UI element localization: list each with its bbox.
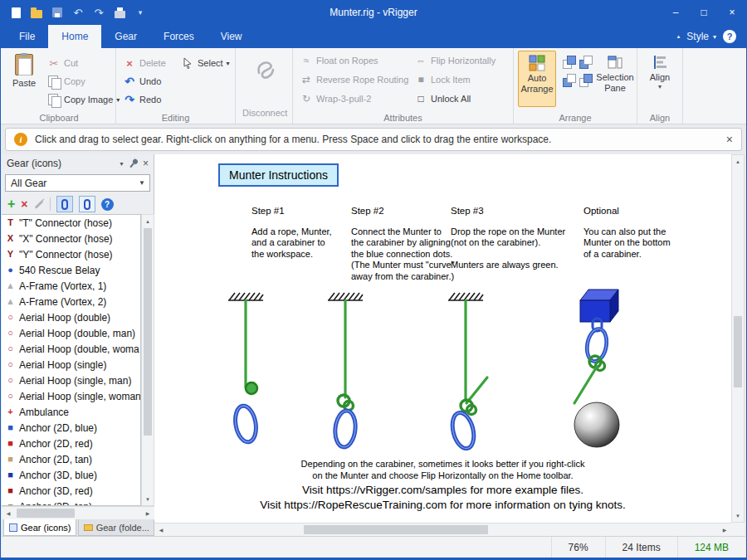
gear-list-item[interactable]: ○ Aerial Hoop (single, woman <box>2 388 140 404</box>
collapse-ribbon-icon[interactable]: ▴ <box>677 33 681 40</box>
gear-item-label: Aerial Hoop (single, woman <box>19 391 141 402</box>
close-button[interactable]: × <box>718 0 746 25</box>
redo-icon[interactable]: ↷ <box>92 6 105 19</box>
gear-list-item[interactable]: ■ Anchor (2D, tan) <box>2 451 140 467</box>
edit-gear-icon[interactable] <box>34 200 43 209</box>
step1-gear[interactable] <box>228 293 263 444</box>
attribute-button[interactable]: □ Unlock All <box>414 90 496 107</box>
attribute-button[interactable]: ⇄ Reverse Rope Routing <box>300 71 408 88</box>
step2-gear[interactable] <box>328 293 363 448</box>
gear-item-icon: ■ <box>4 436 17 451</box>
print-icon[interactable] <box>113 6 126 19</box>
copy-image-button[interactable]: Copy Image ▾ <box>47 91 120 108</box>
delete-button[interactable]: × Delete <box>123 55 166 71</box>
step3-gear[interactable] <box>448 293 487 450</box>
gear-list-item[interactable]: ▲ A-Frame (Vortex, 2) <box>2 294 140 309</box>
cut-button[interactable]: ✂ Cut <box>47 55 78 71</box>
pin-icon[interactable] <box>129 158 139 168</box>
panel-close-icon[interactable]: × <box>143 158 149 169</box>
new-document-icon[interactable] <box>9 6 22 19</box>
tab-view[interactable]: View <box>208 25 256 48</box>
bring-to-front-icon[interactable] <box>562 73 575 86</box>
gear-list-item[interactable]: ○ Aerial Hoop (single, man) <box>2 373 140 388</box>
tab-forces[interactable]: Forces <box>150 25 208 48</box>
align-button[interactable]: Align ▾ <box>642 51 678 109</box>
customize-qat-icon[interactable]: ▾ <box>134 6 147 19</box>
gear-list-hscrollbar[interactable]: ◀ ▶ <box>2 506 154 519</box>
scroll-thumb[interactable] <box>734 316 742 387</box>
save-icon[interactable] <box>51 6 64 19</box>
gear-item-label: Anchor (2D, blue) <box>19 422 97 434</box>
tab-gear[interactable]: Gear <box>101 25 150 48</box>
gear-list-item[interactable]: ■ Anchor (3D, tan) <box>2 499 140 506</box>
scroll-left-icon[interactable]: ◀ <box>154 523 168 536</box>
send-to-back-icon[interactable] <box>579 73 592 86</box>
scroll-right-icon[interactable]: ▶ <box>141 507 154 519</box>
copy-button[interactable]: Copy <box>47 73 85 90</box>
gear-list-item[interactable]: ■ Anchor (2D, blue) <box>2 420 140 436</box>
gear-list-vscrollbar[interactable]: ▲ ▼ <box>141 214 154 506</box>
panel-menu-icon[interactable]: ▼ <box>119 161 124 167</box>
scroll-thumb[interactable] <box>17 509 75 518</box>
scroll-up-icon[interactable]: ▲ <box>732 155 744 168</box>
gear-list-item[interactable]: ● 540 Rescue Belay <box>2 262 140 278</box>
tab-file[interactable]: File <box>6 25 48 48</box>
auto-arrange-button[interactable]: Auto Arrange <box>518 51 556 107</box>
gear-list-item[interactable]: ○ Aerial Hoop (single) <box>2 357 140 373</box>
selection-pane-button[interactable]: Selection Pane <box>595 51 635 107</box>
tab-gear-icons[interactable]: Gear (icons) <box>3 519 76 536</box>
gear-list-item[interactable]: ■ Anchor (3D, red) <box>2 483 140 499</box>
style-button[interactable]: Style ▾ <box>686 31 716 42</box>
tab-home[interactable]: Home <box>48 25 101 48</box>
scroll-down-icon[interactable]: ▼ <box>142 493 154 505</box>
scroll-up-icon[interactable]: ▲ <box>142 215 154 227</box>
gear-list-item[interactable]: ○ Aerial Hoop (double, woma <box>2 341 140 357</box>
item-count: 24 Items <box>605 537 677 558</box>
gear-filter-select[interactable]: All Gear ▼ <box>5 174 150 192</box>
undo-icon[interactable]: ↶ <box>71 6 85 19</box>
add-gear-icon[interactable]: + <box>7 197 15 212</box>
gear-list-item[interactable]: X "X" Connector (hose) <box>2 231 140 246</box>
minimize-button[interactable]: – <box>662 0 690 25</box>
tab-gear-folders[interactable]: Gear (folde... <box>78 519 154 536</box>
gear-help-icon[interactable]: ? <box>101 198 114 211</box>
gear-list-item[interactable]: T "T" Connector (hose) <box>2 215 140 231</box>
redo-button[interactable]: ↷ Redo <box>123 91 161 108</box>
attribute-button[interactable]: ≈ Float on Ropes <box>300 52 408 69</box>
undo-button[interactable]: ↶ Undo <box>123 73 161 90</box>
canvas-hscrollbar[interactable]: ◀ ▶ <box>154 523 731 536</box>
scroll-thumb[interactable] <box>144 228 152 436</box>
gear-list-item[interactable]: ■ Anchor (3D, blue) <box>2 467 140 483</box>
send-backward-icon[interactable] <box>579 55 592 68</box>
gear-list-item[interactable]: + Ambulance <box>2 404 140 420</box>
attribute-button[interactable]: ■ Lock Item <box>414 71 496 88</box>
maximize-button[interactable]: □ <box>690 0 718 25</box>
bring-forward-icon[interactable] <box>562 55 575 68</box>
help-icon[interactable]: ? <box>723 30 736 43</box>
attribute-button[interactable]: ↻ Wrap-3-pull-2 <box>300 90 408 107</box>
optional-gear[interactable] <box>574 290 619 447</box>
scroll-down-icon[interactable]: ▼ <box>732 509 744 522</box>
open-folder-icon[interactable] <box>30 6 43 19</box>
connection-points-toggle-2[interactable] <box>79 196 95 212</box>
gear-list-item[interactable]: ○ Aerial Hoop (double) <box>2 309 140 325</box>
attribute-button[interactable]: ⇔ Flip Horizontally <box>414 52 496 69</box>
paste-button[interactable]: Paste <box>6 51 42 110</box>
gear-list-item[interactable]: Y "Y" Connector (hose) <box>2 246 140 262</box>
scroll-thumb[interactable] <box>304 525 488 534</box>
workspace-title-box[interactable]: Munter Instructions <box>218 163 339 187</box>
ribbon-group-clipboard: Paste ✂ Cut Copy Copy Image ▾ Clipboard <box>2 48 116 124</box>
disconnect-button[interactable]: Disconnect <box>242 51 286 121</box>
workspace-content[interactable]: Munter Instructions Step #1 Add a rope, … <box>154 154 731 523</box>
scroll-right-icon[interactable]: ▶ <box>718 523 731 536</box>
gear-list-item[interactable]: ○ Aerial Hoop (double, man) <box>2 325 140 341</box>
gear-list-item[interactable]: ▲ A-Frame (Vortex, 1) <box>2 278 140 294</box>
gear-list-item[interactable]: ■ Anchor (2D, red) <box>2 436 140 451</box>
canvas-vscrollbar[interactable]: ▲ ▼ <box>731 154 745 523</box>
delete-gear-icon[interactable]: × <box>21 197 27 211</box>
scroll-left-icon[interactable]: ◀ <box>2 507 15 519</box>
info-close-icon[interactable]: × <box>726 133 733 146</box>
connection-points-toggle-1[interactable] <box>56 196 73 212</box>
gear-item-icon: ■ <box>4 420 17 436</box>
select-button[interactable]: Select ▾ <box>181 55 230 71</box>
